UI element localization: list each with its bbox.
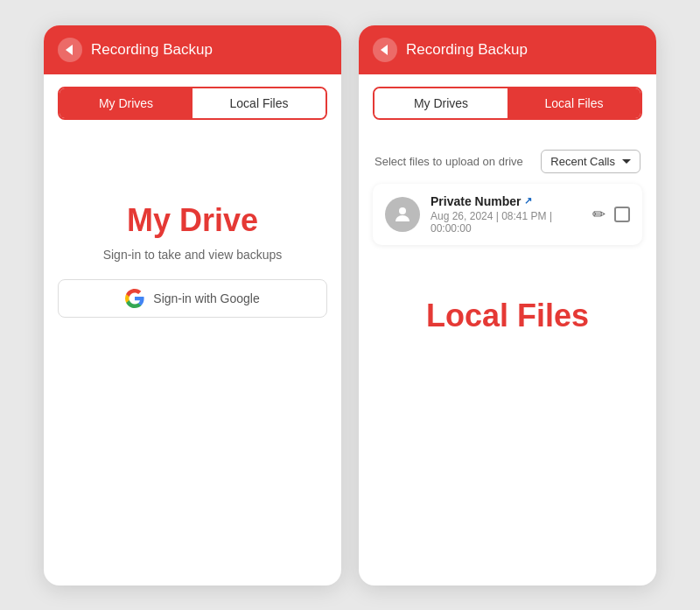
- right-back-button[interactable]: [373, 38, 397, 62]
- call-actions: ✏: [592, 205, 630, 224]
- avatar: [385, 197, 420, 232]
- left-top-bar-title: Recording Backup: [91, 41, 213, 59]
- google-sign-in-button[interactable]: Sign-in with Google: [58, 279, 327, 318]
- left-tab-local-files[interactable]: Local Files: [192, 88, 326, 118]
- right-tab-my-drives[interactable]: My Drives: [374, 88, 508, 118]
- left-top-bar: Recording Backup: [44, 25, 341, 74]
- left-tab-my-drives[interactable]: My Drives: [60, 88, 192, 118]
- left-phone-content: My Drive Sign-in to take and view backup…: [44, 132, 341, 585]
- checkbox-icon[interactable]: [614, 207, 630, 222]
- left-tab-bar: My Drives Local Files: [58, 87, 327, 120]
- sign-in-text: Sign-in to take and view backups: [103, 248, 283, 262]
- local-files-label: Local Files: [426, 298, 589, 334]
- recent-calls-dropdown[interactable]: Recent Calls: [541, 150, 640, 173]
- call-item: Private Number ↗ Aug 26, 2024 | 08:41 PM…: [373, 184, 642, 245]
- call-meta: Aug 26, 2024 | 08:41 PM | 00:00:00: [430, 210, 582, 235]
- right-phone-content: Select files to upload on drive Recent C…: [359, 132, 656, 585]
- person-icon: [392, 204, 413, 225]
- svg-point-0: [399, 207, 406, 214]
- google-btn-text: Sign-in with Google: [153, 291, 259, 305]
- call-info: Private Number ↗ Aug 26, 2024 | 08:41 PM…: [430, 194, 582, 235]
- call-name-text: Private Number: [430, 194, 521, 208]
- left-phone: Recording Backup My Drives Local Files M…: [44, 25, 341, 585]
- right-phone: Recording Backup My Drives Local Files S…: [359, 25, 656, 585]
- external-link-icon: ↗: [524, 195, 532, 207]
- call-name: Private Number ↗: [430, 194, 582, 208]
- edit-icon[interactable]: ✏: [592, 205, 606, 224]
- dropdown-arrow-icon: [622, 159, 631, 164]
- right-back-chevron-icon: [381, 45, 388, 55]
- right-top-bar: Recording Backup: [359, 25, 656, 74]
- left-back-button[interactable]: [58, 38, 82, 62]
- left-back-chevron-icon: [66, 45, 73, 55]
- my-drive-label: My Drive: [127, 202, 258, 239]
- local-files-header: Select files to upload on drive Recent C…: [373, 150, 642, 173]
- right-tab-bar: My Drives Local Files: [373, 87, 642, 120]
- google-logo-icon: [125, 289, 144, 308]
- select-files-text: Select files to upload on drive: [374, 155, 523, 168]
- right-tab-local-files[interactable]: Local Files: [508, 88, 640, 118]
- right-top-bar-title: Recording Backup: [406, 41, 528, 59]
- recent-calls-label: Recent Calls: [550, 155, 615, 168]
